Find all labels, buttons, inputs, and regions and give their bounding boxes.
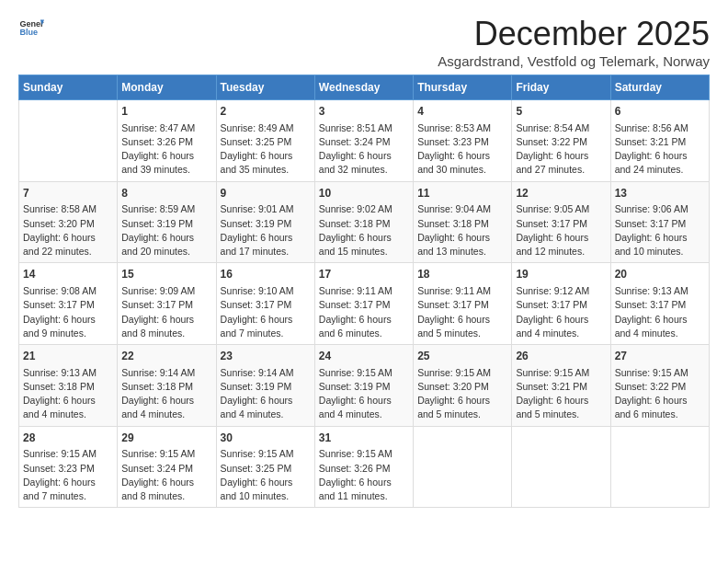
- day-info: Sunrise: 9:04 AMSunset: 3:18 PMDaylight:…: [417, 202, 507, 259]
- day-info: Sunrise: 9:10 AMSunset: 3:17 PMDaylight:…: [221, 284, 311, 340]
- day-number: 26: [516, 349, 606, 364]
- day-number: 1: [121, 104, 211, 120]
- day-cell: 16Sunrise: 9:10 AMSunset: 3:17 PMDayligh…: [216, 263, 314, 345]
- subtitle: Asgardstrand, Vestfold og Telemark, Norw…: [438, 53, 710, 69]
- day-number: 17: [319, 267, 409, 282]
- day-number: 31: [319, 431, 409, 446]
- day-cell: [610, 426, 709, 508]
- day-number: 25: [417, 349, 507, 364]
- day-number: 4: [417, 104, 507, 120]
- day-info: Sunrise: 9:01 AMSunset: 3:19 PMDaylight:…: [221, 202, 311, 259]
- day-cell: 31Sunrise: 9:15 AMSunset: 3:26 PMDayligh…: [314, 426, 413, 508]
- day-number: 20: [615, 267, 705, 282]
- day-number: 18: [417, 267, 507, 282]
- header: General Blue December 2025 Asgardstrand,…: [18, 15, 710, 69]
- day-number: 9: [221, 186, 311, 201]
- main-title: December 2025: [438, 15, 710, 53]
- svg-text:Blue: Blue: [19, 28, 38, 37]
- day-info: Sunrise: 8:59 AMSunset: 3:19 PMDaylight:…: [121, 202, 211, 259]
- day-cell: 11Sunrise: 9:04 AMSunset: 3:18 PMDayligh…: [414, 181, 512, 263]
- day-cell: [414, 426, 512, 508]
- col-header-wednesday: Wednesday: [314, 75, 413, 100]
- day-info: Sunrise: 9:15 AMSunset: 3:25 PMDaylight:…: [221, 447, 311, 503]
- logo: General Blue: [18, 15, 44, 40]
- day-number: 28: [23, 431, 113, 446]
- day-number: 5: [516, 104, 606, 120]
- day-info: Sunrise: 9:11 AMSunset: 3:17 PMDaylight:…: [319, 284, 409, 340]
- day-cell: 29Sunrise: 9:15 AMSunset: 3:24 PMDayligh…: [118, 426, 216, 508]
- day-info: Sunrise: 9:15 AMSunset: 3:21 PMDaylight:…: [516, 366, 606, 422]
- title-area: December 2025 Asgardstrand, Vestfold og …: [438, 15, 710, 69]
- day-info: Sunrise: 9:14 AMSunset: 3:19 PMDaylight:…: [221, 366, 311, 422]
- day-cell: 3Sunrise: 8:51 AMSunset: 3:24 PMDaylight…: [314, 100, 413, 182]
- day-cell: 23Sunrise: 9:14 AMSunset: 3:19 PMDayligh…: [216, 345, 314, 427]
- day-cell: 2Sunrise: 8:49 AMSunset: 3:25 PMDaylight…: [216, 100, 314, 182]
- day-info: Sunrise: 9:13 AMSunset: 3:18 PMDaylight:…: [23, 366, 113, 422]
- day-info: Sunrise: 9:14 AMSunset: 3:18 PMDaylight:…: [121, 366, 211, 422]
- day-info: Sunrise: 8:58 AMSunset: 3:20 PMDaylight:…: [23, 202, 113, 259]
- day-number: 23: [221, 349, 311, 364]
- day-info: Sunrise: 8:51 AMSunset: 3:24 PMDaylight:…: [319, 121, 409, 178]
- day-number: 11: [417, 186, 507, 201]
- day-info: Sunrise: 9:02 AMSunset: 3:18 PMDaylight:…: [319, 202, 409, 259]
- day-cell: 20Sunrise: 9:13 AMSunset: 3:17 PMDayligh…: [610, 263, 709, 345]
- day-number: 22: [121, 349, 211, 364]
- week-row-5: 28Sunrise: 9:15 AMSunset: 3:23 PMDayligh…: [19, 426, 710, 508]
- day-info: Sunrise: 9:09 AMSunset: 3:17 PMDaylight:…: [121, 284, 211, 340]
- day-info: Sunrise: 8:49 AMSunset: 3:25 PMDaylight:…: [221, 121, 311, 178]
- day-cell: 26Sunrise: 9:15 AMSunset: 3:21 PMDayligh…: [512, 345, 610, 427]
- day-cell: 17Sunrise: 9:11 AMSunset: 3:17 PMDayligh…: [314, 263, 413, 345]
- day-number: 30: [221, 431, 311, 446]
- day-cell: 28Sunrise: 9:15 AMSunset: 3:23 PMDayligh…: [19, 426, 118, 508]
- day-cell: 27Sunrise: 9:15 AMSunset: 3:22 PMDayligh…: [610, 345, 709, 427]
- day-info: Sunrise: 9:15 AMSunset: 3:19 PMDaylight:…: [319, 366, 409, 422]
- day-cell: 24Sunrise: 9:15 AMSunset: 3:19 PMDayligh…: [314, 345, 413, 427]
- day-cell: 19Sunrise: 9:12 AMSunset: 3:17 PMDayligh…: [512, 263, 610, 345]
- day-number: 13: [615, 186, 705, 201]
- day-cell: 18Sunrise: 9:11 AMSunset: 3:17 PMDayligh…: [414, 263, 512, 345]
- day-cell: [512, 426, 610, 508]
- day-number: 21: [23, 349, 113, 364]
- col-header-friday: Friday: [512, 75, 610, 100]
- day-info: Sunrise: 8:47 AMSunset: 3:26 PMDaylight:…: [121, 121, 211, 178]
- logo-icon: General Blue: [18, 15, 44, 40]
- day-info: Sunrise: 9:08 AMSunset: 3:17 PMDaylight:…: [23, 284, 113, 340]
- day-cell: [19, 100, 118, 182]
- day-cell: 12Sunrise: 9:05 AMSunset: 3:17 PMDayligh…: [512, 181, 610, 263]
- day-info: Sunrise: 9:15 AMSunset: 3:23 PMDaylight:…: [23, 447, 113, 503]
- day-number: 10: [319, 186, 409, 201]
- day-cell: 21Sunrise: 9:13 AMSunset: 3:18 PMDayligh…: [19, 345, 118, 427]
- week-row-2: 7Sunrise: 8:58 AMSunset: 3:20 PMDaylight…: [19, 181, 710, 263]
- day-number: 24: [319, 349, 409, 364]
- col-header-sunday: Sunday: [19, 75, 118, 100]
- day-cell: 14Sunrise: 9:08 AMSunset: 3:17 PMDayligh…: [19, 263, 118, 345]
- day-number: 15: [121, 267, 211, 282]
- day-cell: 13Sunrise: 9:06 AMSunset: 3:17 PMDayligh…: [610, 181, 709, 263]
- header-row: SundayMondayTuesdayWednesdayThursdayFrid…: [19, 75, 710, 100]
- day-info: Sunrise: 9:13 AMSunset: 3:17 PMDaylight:…: [615, 284, 705, 340]
- week-row-4: 21Sunrise: 9:13 AMSunset: 3:18 PMDayligh…: [19, 345, 710, 427]
- day-info: Sunrise: 9:15 AMSunset: 3:26 PMDaylight:…: [319, 447, 409, 503]
- day-info: Sunrise: 8:53 AMSunset: 3:23 PMDaylight:…: [417, 121, 507, 178]
- day-number: 8: [121, 186, 211, 201]
- day-info: Sunrise: 9:11 AMSunset: 3:17 PMDaylight:…: [417, 284, 507, 340]
- day-info: Sunrise: 9:15 AMSunset: 3:22 PMDaylight:…: [615, 366, 705, 422]
- day-cell: 1Sunrise: 8:47 AMSunset: 3:26 PMDaylight…: [118, 100, 216, 182]
- day-cell: 8Sunrise: 8:59 AMSunset: 3:19 PMDaylight…: [118, 181, 216, 263]
- week-row-1: 1Sunrise: 8:47 AMSunset: 3:26 PMDaylight…: [19, 100, 710, 182]
- day-number: 29: [121, 431, 211, 446]
- day-number: 19: [516, 267, 606, 282]
- week-row-3: 14Sunrise: 9:08 AMSunset: 3:17 PMDayligh…: [19, 263, 710, 345]
- col-header-tuesday: Tuesday: [216, 75, 314, 100]
- day-info: Sunrise: 8:56 AMSunset: 3:21 PMDaylight:…: [615, 121, 705, 178]
- day-info: Sunrise: 9:05 AMSunset: 3:17 PMDaylight:…: [516, 202, 606, 259]
- day-number: 27: [615, 349, 705, 364]
- day-info: Sunrise: 8:54 AMSunset: 3:22 PMDaylight:…: [516, 121, 606, 178]
- col-header-saturday: Saturday: [610, 75, 709, 100]
- day-info: Sunrise: 9:15 AMSunset: 3:24 PMDaylight:…: [121, 447, 211, 503]
- day-number: 2: [221, 104, 311, 120]
- col-header-monday: Monday: [118, 75, 216, 100]
- day-number: 6: [615, 104, 705, 120]
- day-cell: 6Sunrise: 8:56 AMSunset: 3:21 PMDaylight…: [610, 100, 709, 182]
- day-info: Sunrise: 9:12 AMSunset: 3:17 PMDaylight:…: [516, 284, 606, 340]
